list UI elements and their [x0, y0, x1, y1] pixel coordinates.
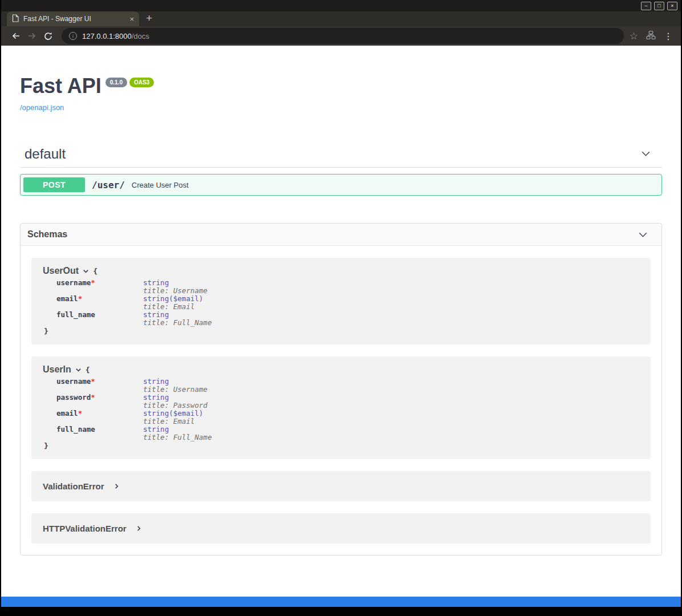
prop-format: ($email)	[169, 294, 203, 303]
tab-title: Fast API - Swagger UI	[23, 15, 125, 23]
prop-definition: string title: Username	[143, 378, 639, 394]
prop-definition: string title: Username	[143, 279, 639, 295]
prop-title: title: Full_Name	[143, 433, 639, 441]
prop-type: string	[143, 425, 169, 433]
model-userout-toggle[interactable]: UserOut {	[43, 266, 639, 276]
close-brace: }	[44, 327, 639, 335]
prop-type: string	[143, 310, 169, 319]
url-path: /docs	[132, 32, 149, 40]
schemas-body: UserOut { username* string title: Userna…	[21, 246, 661, 555]
prop-type: string	[143, 409, 169, 418]
open-brace: {	[86, 366, 90, 374]
model-properties: username* string title: Username passwor…	[56, 378, 639, 441]
prop-title: title: Password	[143, 402, 639, 410]
chevron-right-icon[interactable]	[136, 525, 142, 532]
chevron-right-icon[interactable]	[113, 483, 120, 489]
model-userout: UserOut { username* string title: Userna…	[31, 258, 651, 345]
chevron-down-icon[interactable]	[637, 229, 649, 241]
sitemap-icon[interactable]	[646, 30, 656, 42]
browser-toolbar: i 127.0.0.1:8000/docs ☆ ⋮	[1, 26, 681, 46]
bookmark-star-icon[interactable]: ☆	[630, 30, 638, 42]
window-titlebar: – □ ×	[1, 0, 681, 11]
forward-button[interactable]	[24, 28, 40, 44]
open-brace: {	[93, 267, 98, 275]
window-maximize-button[interactable]: □	[654, 2, 664, 10]
browser-window: – □ × Fast API - Swagger UI × + i 127.0.…	[0, 0, 682, 616]
model-httpvalidationerror[interactable]: HTTPValidationError	[31, 513, 651, 544]
chevron-down-icon[interactable]	[75, 367, 82, 373]
schemas-section: Schemas UserOut {	[20, 223, 662, 556]
prop-title: title: Username	[143, 287, 639, 295]
new-tab-button[interactable]: +	[146, 12, 152, 26]
prop-type: string	[143, 278, 169, 287]
window-minimize-button[interactable]: –	[641, 2, 651, 10]
url-host: 127.0.0.1:8000	[82, 32, 132, 40]
oas-badge: OAS3	[129, 78, 154, 87]
page-title: Fast API	[20, 74, 102, 98]
endpoint-post-user[interactable]: POST /user/ Create User Post	[20, 174, 662, 196]
tab-close-icon[interactable]: ×	[129, 15, 134, 23]
browser-tab[interactable]: Fast API - Swagger UI ×	[7, 11, 139, 26]
prop-name: full_name	[56, 425, 143, 441]
endpoint-path: /user/	[92, 180, 125, 191]
model-title: ValidationError	[43, 481, 104, 491]
model-userin-toggle[interactable]: UserIn {	[43, 364, 639, 375]
prop-title: title: Email	[143, 303, 639, 311]
taskbar-black-strip	[1, 607, 681, 616]
page-favicon-icon	[12, 14, 19, 24]
prop-name: full_name	[56, 311, 143, 327]
prop-title: title: Email	[143, 418, 639, 425]
required-star: *	[78, 294, 83, 303]
tab-strip: Fast API - Swagger UI × +	[1, 11, 681, 26]
back-button[interactable]	[8, 28, 24, 44]
model-title: UserIn	[43, 364, 71, 375]
window-close-button[interactable]: ×	[667, 2, 677, 10]
api-info-header: Fast API 0.1.0 OAS3 /openapi.json	[20, 46, 662, 112]
model-title: HTTPValidationError	[43, 524, 127, 533]
prop-name: password*	[56, 394, 143, 410]
prop-definition: string title: Password	[143, 394, 639, 410]
model-validationerror[interactable]: ValidationError	[31, 471, 651, 501]
openapi-link[interactable]: /openapi.json	[20, 103, 64, 112]
overflow-menu-icon[interactable]: ⋮	[664, 31, 673, 42]
schemas-title: Schemas	[27, 229, 67, 240]
info-icon[interactable]: i	[69, 32, 77, 40]
prop-name: username*	[56, 378, 143, 394]
chevron-down-icon[interactable]	[640, 148, 652, 160]
prop-name: email*	[56, 410, 143, 425]
model-userin: UserIn { username* string title: Usernam…	[31, 356, 651, 459]
reload-button[interactable]	[40, 28, 56, 44]
method-badge: POST	[23, 177, 85, 192]
schemas-header[interactable]: Schemas	[21, 224, 661, 246]
swagger-page: Fast API 0.1.0 OAS3 /openapi.json defaul…	[1, 46, 681, 597]
tag-name: default	[20, 146, 66, 162]
taskbar-blue-strip	[1, 597, 681, 607]
required-star: *	[91, 377, 95, 386]
required-star: *	[91, 393, 95, 402]
prop-name: email*	[56, 295, 143, 311]
url-text: 127.0.0.1:8000/docs	[82, 32, 149, 40]
chevron-down-icon[interactable]	[83, 268, 89, 274]
version-badge: 0.1.0	[105, 78, 127, 87]
required-star: *	[78, 409, 83, 418]
toolbar-right-icons: ☆ ⋮	[630, 30, 674, 42]
prop-definition: string title: Full_Name	[143, 311, 639, 327]
prop-title: title: Username	[143, 386, 639, 394]
tag-section-default[interactable]: default	[20, 140, 662, 168]
model-properties: username* string title: Username email* …	[56, 279, 639, 327]
prop-name: username*	[56, 279, 143, 295]
prop-type: string	[143, 377, 169, 386]
prop-format: ($email)	[169, 409, 203, 418]
address-bar[interactable]: i 127.0.0.1:8000/docs	[62, 28, 624, 44]
model-title: UserOut	[43, 266, 79, 276]
prop-definition: string title: Full_Name	[143, 425, 639, 441]
prop-type: string	[143, 294, 169, 303]
prop-title: title: Full_Name	[143, 319, 639, 327]
endpoint-summary: Create User Post	[132, 181, 189, 189]
prop-type: string	[143, 393, 169, 402]
prop-definition: string($email) title: Email	[143, 295, 639, 311]
close-brace: }	[44, 441, 639, 450]
required-star: *	[91, 278, 95, 287]
prop-definition: string($email) title: Email	[143, 410, 639, 425]
